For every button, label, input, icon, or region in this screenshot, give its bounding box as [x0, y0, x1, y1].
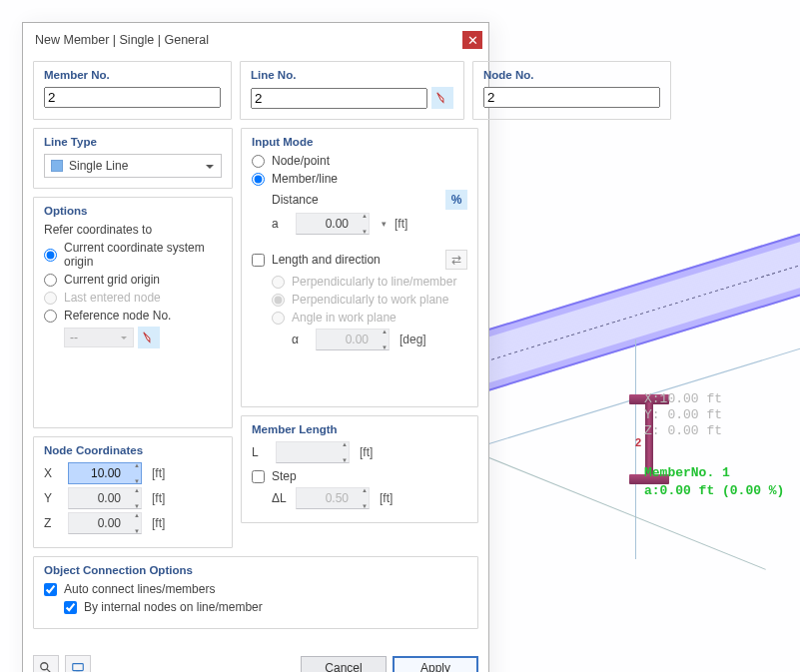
display-settings-icon[interactable] — [65, 655, 91, 672]
svg-point-0 — [41, 663, 48, 670]
member-length-input — [276, 441, 350, 463]
coord-z-row: Z ▲▼ [ft] — [44, 512, 222, 534]
member-no-input[interactable] — [44, 87, 221, 108]
distance-a-row: a ▲▼ ▾ [ft] — [252, 213, 467, 235]
svg-rect-2 — [73, 664, 84, 671]
label-connection-options: Object Connection Options — [44, 564, 467, 576]
coord-y-stepper[interactable]: ▲▼ — [134, 487, 146, 509]
new-member-dialog: New Member | Single | General ✕ Member N… — [22, 22, 489, 672]
pane-member-no: Member No. — [33, 61, 232, 120]
node-marker-label: 2 — [635, 436, 641, 448]
radio-grid-origin[interactable]: Current grid origin — [44, 273, 222, 287]
coord-x-row: X ▲▼ [ft] — [44, 462, 222, 484]
radio-last-node: Last entered node — [44, 291, 222, 305]
reference-node-select: -- — [64, 328, 134, 347]
chk-step[interactable]: Step — [252, 469, 467, 483]
radio-reference-node[interactable]: Reference node No. — [44, 309, 222, 323]
node-no-input[interactable] — [483, 87, 660, 108]
label-member-no: Member No. — [44, 69, 221, 81]
swap-direction-icon[interactable]: ⇄ — [445, 250, 467, 270]
pane-member-length: Member Length L ▲▼ [ft] Step ΔL ▲▼ — [241, 415, 478, 523]
chk-internal-nodes[interactable]: By internal nodes on line/member — [44, 600, 467, 614]
line-type-select[interactable]: Single Line — [44, 154, 222, 178]
pane-connection-options: Object Connection Options Auto connect l… — [33, 556, 478, 629]
alpha-stepper: ▲▼ — [382, 329, 394, 350]
dialog-title: New Member | Single | General — [35, 33, 462, 47]
dialog-button-row: Cancel Apply — [23, 647, 488, 672]
coord-z-input[interactable] — [68, 512, 142, 534]
member-length-stepper: ▲▼ — [342, 441, 354, 463]
coord-z-stepper[interactable]: ▲▼ — [134, 512, 146, 534]
chevron-down-icon[interactable]: ▾ — [382, 219, 387, 229]
label-options: Options — [44, 205, 222, 217]
label-distance: Distance — [272, 193, 319, 207]
coord-y-row: Y ▲▼ [ft] — [44, 487, 222, 509]
apply-button[interactable]: Apply — [393, 656, 478, 672]
line-type-value: Single Line — [69, 159, 128, 173]
help-icon[interactable] — [33, 655, 59, 672]
label-node-coordinates: Node Coordinates — [44, 444, 222, 456]
member-length-row: L ▲▼ [ft] — [252, 441, 467, 463]
radio-member-line[interactable]: Member/line — [252, 172, 467, 186]
label-refer: Refer coordinates to — [44, 223, 222, 237]
radio-perp-plane: Perpendicularly to work plane — [252, 293, 467, 307]
cancel-button[interactable]: Cancel — [301, 656, 387, 672]
chk-length-direction[interactable]: Length and direction — [252, 253, 381, 267]
alpha-input — [316, 329, 390, 350]
line-no-input[interactable] — [251, 88, 427, 109]
radio-csys-origin[interactable]: Current coordinate system origin — [44, 241, 222, 269]
line-type-swatch-icon — [51, 160, 63, 172]
cursor-coordinates: X:10.00 ft Y: 0.00 ft Z: 0.00 ft — [644, 391, 722, 439]
step-dl-stepper: ▲▼ — [362, 487, 374, 509]
pane-input-mode: Input Mode Node/point Member/line Distan… — [241, 128, 478, 407]
title-bar[interactable]: New Member | Single | General ✕ — [23, 23, 488, 57]
distance-a-stepper[interactable]: ▲▼ — [362, 213, 374, 235]
pane-node-coordinates: Node Coordinates X ▲▼ [ft] Y ▲▼ [ft] — [33, 436, 233, 548]
alpha-row: α ▲▼ [deg] — [252, 329, 467, 350]
distance-a-input[interactable] — [296, 213, 370, 235]
label-line-no: Line No. — [251, 69, 453, 81]
label-line-type: Line Type — [44, 136, 222, 148]
label-input-mode: Input Mode — [252, 136, 467, 148]
coord-x-input[interactable] — [68, 462, 142, 484]
radio-angle-plane: Angle in work plane — [252, 311, 467, 325]
pick-line-icon[interactable] — [431, 87, 453, 109]
pane-node-no: Node No. — [472, 61, 671, 120]
label-node-no: Node No. — [483, 69, 660, 81]
member-reference-text: MemberNo. 1 a:0.00 ft (0.00 %) — [644, 464, 784, 500]
close-icon[interactable]: ✕ — [462, 31, 482, 49]
pane-line-no: Line No. — [240, 61, 464, 120]
pane-options: Options Refer coordinates to Current coo… — [33, 197, 233, 428]
radio-node-point[interactable]: Node/point — [252, 154, 467, 168]
radio-perp-line: Perpendicularly to line/member — [252, 275, 467, 289]
chk-auto-connect[interactable]: Auto connect lines/members — [44, 582, 467, 596]
percent-toggle[interactable]: % — [445, 190, 467, 210]
pane-line-type: Line Type Single Line — [33, 128, 233, 189]
step-dl-row: ΔL ▲▼ [ft] — [252, 487, 467, 509]
coord-y-input[interactable] — [68, 487, 142, 509]
label-member-length: Member Length — [252, 423, 467, 435]
step-dl-input — [296, 487, 370, 509]
pick-reference-node-icon[interactable] — [138, 327, 160, 348]
coord-x-stepper[interactable]: ▲▼ — [134, 462, 146, 484]
